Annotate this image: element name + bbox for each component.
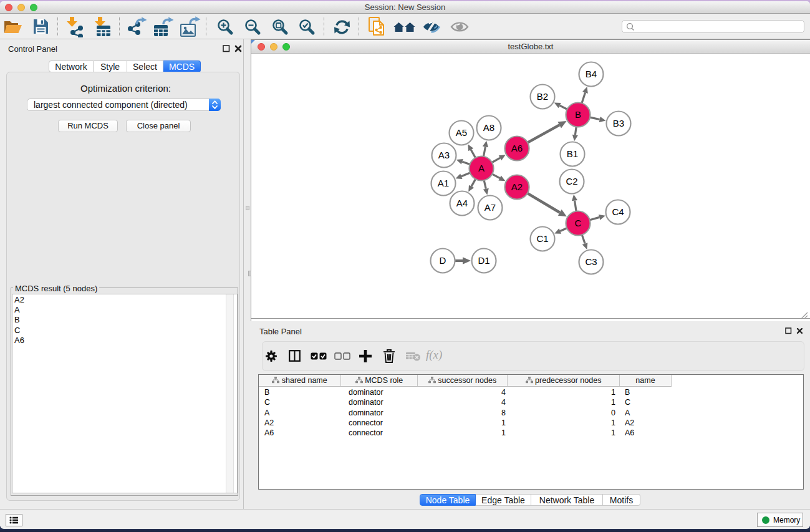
svg-text:A: A: [478, 163, 485, 173]
svg-text:B4: B4: [586, 69, 597, 79]
svg-text:B: B: [575, 109, 581, 120]
svg-text:B2: B2: [537, 91, 548, 102]
svg-text:C1: C1: [536, 233, 548, 244]
svg-text:A5: A5: [456, 127, 467, 138]
svg-text:D: D: [440, 255, 446, 266]
svg-text:A2: A2: [511, 181, 523, 192]
svg-text:C: C: [575, 218, 582, 228]
svg-text:B3: B3: [613, 118, 624, 128]
svg-text:C4: C4: [612, 206, 624, 217]
svg-text:C2: C2: [566, 176, 577, 186]
svg-text:A8: A8: [483, 122, 494, 133]
svg-text:A3: A3: [438, 150, 450, 160]
svg-text:B1: B1: [567, 148, 578, 159]
svg-text:C3: C3: [585, 256, 597, 267]
svg-text:A1: A1: [438, 178, 449, 188]
svg-text:D1: D1: [478, 255, 489, 266]
svg-text:A4: A4: [456, 198, 468, 208]
svg-text:A6: A6: [511, 143, 523, 153]
svg-text:A7: A7: [485, 202, 496, 213]
